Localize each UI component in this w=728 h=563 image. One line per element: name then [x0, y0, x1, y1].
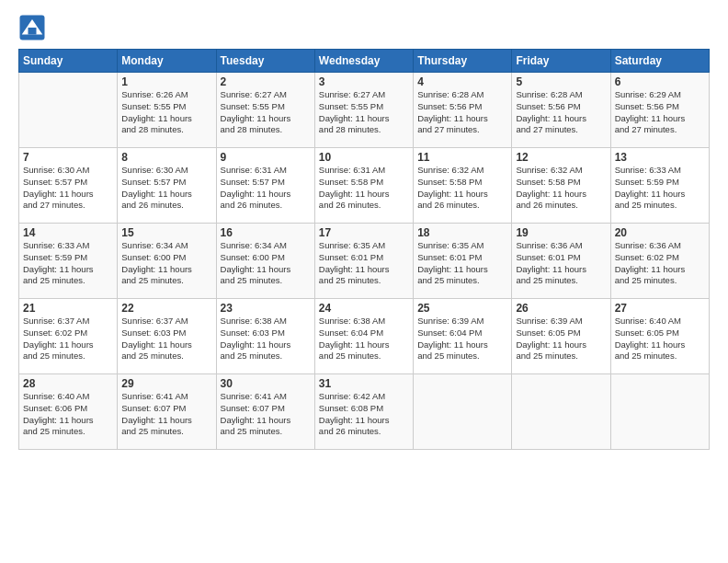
day-info: Sunrise: 6:35 AM Sunset: 6:01 PM Dayligh…	[319, 240, 409, 287]
day-cell: 8Sunrise: 6:30 AM Sunset: 5:57 PM Daylig…	[118, 148, 216, 224]
header-cell-friday: Friday	[512, 50, 610, 73]
day-cell: 13Sunrise: 6:33 AM Sunset: 5:59 PM Dayli…	[610, 148, 709, 224]
day-info: Sunrise: 6:40 AM Sunset: 6:06 PM Dayligh…	[23, 391, 113, 438]
day-number: 17	[319, 226, 409, 239]
calendar-header: SundayMondayTuesdayWednesdayThursdayFrid…	[19, 50, 710, 73]
day-cell: 18Sunrise: 6:35 AM Sunset: 6:01 PM Dayli…	[414, 224, 512, 299]
day-info: Sunrise: 6:28 AM Sunset: 5:56 PM Dayligh…	[516, 89, 606, 136]
day-number: 3	[319, 75, 409, 88]
day-cell: 27Sunrise: 6:40 AM Sunset: 6:05 PM Dayli…	[610, 299, 709, 374]
day-number: 6	[615, 75, 705, 88]
day-number: 21	[23, 302, 113, 315]
day-number: 30	[221, 377, 311, 390]
week-row-2: 14Sunrise: 6:33 AM Sunset: 5:59 PM Dayli…	[19, 224, 710, 299]
day-cell: 11Sunrise: 6:32 AM Sunset: 5:58 PM Dayli…	[414, 148, 512, 224]
day-cell: 20Sunrise: 6:36 AM Sunset: 6:02 PM Dayli…	[610, 224, 709, 299]
day-cell: 10Sunrise: 6:31 AM Sunset: 5:58 PM Dayli…	[314, 148, 413, 224]
day-info: Sunrise: 6:29 AM Sunset: 5:56 PM Dayligh…	[615, 89, 705, 136]
day-cell: 26Sunrise: 6:39 AM Sunset: 6:05 PM Dayli…	[512, 299, 610, 374]
day-info: Sunrise: 6:37 AM Sunset: 6:03 PM Dayligh…	[121, 316, 211, 362]
day-cell: 7Sunrise: 6:30 AM Sunset: 5:57 PM Daylig…	[19, 148, 118, 224]
week-row-3: 21Sunrise: 6:37 AM Sunset: 6:02 PM Dayli…	[19, 299, 710, 374]
day-cell: 24Sunrise: 6:38 AM Sunset: 6:04 PM Dayli…	[314, 299, 413, 374]
week-row-4: 28Sunrise: 6:40 AM Sunset: 6:06 PM Dayli…	[19, 374, 710, 450]
header-cell-thursday: Thursday	[414, 50, 512, 73]
day-info: Sunrise: 6:39 AM Sunset: 6:04 PM Dayligh…	[417, 316, 507, 362]
day-number: 15	[121, 226, 211, 239]
day-cell: 25Sunrise: 6:39 AM Sunset: 6:04 PM Dayli…	[414, 299, 512, 374]
day-number: 8	[121, 151, 211, 164]
day-number: 7	[23, 151, 113, 164]
day-number: 23	[221, 302, 311, 315]
header-cell-monday: Monday	[118, 50, 216, 73]
logo-icon	[18, 14, 46, 41]
day-cell: 14Sunrise: 6:33 AM Sunset: 5:59 PM Dayli…	[19, 224, 118, 299]
header-cell-sunday: Sunday	[19, 50, 118, 73]
day-info: Sunrise: 6:40 AM Sunset: 6:05 PM Dayligh…	[615, 316, 705, 362]
day-number: 13	[615, 151, 705, 164]
day-info: Sunrise: 6:28 AM Sunset: 5:56 PM Dayligh…	[417, 89, 507, 136]
day-number: 20	[615, 226, 705, 239]
day-cell: 9Sunrise: 6:31 AM Sunset: 5:57 PM Daylig…	[216, 148, 314, 224]
day-number: 22	[121, 302, 211, 315]
day-info: Sunrise: 6:42 AM Sunset: 6:08 PM Dayligh…	[319, 391, 409, 438]
logo	[18, 14, 50, 41]
day-number: 25	[417, 302, 507, 315]
day-cell	[414, 374, 512, 450]
day-number: 14	[23, 226, 113, 239]
day-info: Sunrise: 6:27 AM Sunset: 5:55 PM Dayligh…	[221, 89, 311, 136]
day-cell: 16Sunrise: 6:34 AM Sunset: 6:00 PM Dayli…	[216, 224, 314, 299]
day-cell	[610, 374, 709, 450]
day-cell: 22Sunrise: 6:37 AM Sunset: 6:03 PM Dayli…	[118, 299, 216, 374]
day-info: Sunrise: 6:36 AM Sunset: 6:02 PM Dayligh…	[615, 240, 705, 287]
day-number: 2	[221, 75, 311, 88]
week-row-0: 1Sunrise: 6:26 AM Sunset: 5:55 PM Daylig…	[19, 73, 710, 148]
day-cell: 29Sunrise: 6:41 AM Sunset: 6:07 PM Dayli…	[118, 374, 216, 450]
day-info: Sunrise: 6:31 AM Sunset: 5:57 PM Dayligh…	[221, 165, 311, 212]
day-cell: 23Sunrise: 6:38 AM Sunset: 6:03 PM Dayli…	[216, 299, 314, 374]
calendar-body: 1Sunrise: 6:26 AM Sunset: 5:55 PM Daylig…	[19, 73, 710, 450]
day-number: 27	[615, 302, 705, 315]
header-cell-tuesday: Tuesday	[216, 50, 314, 73]
day-info: Sunrise: 6:32 AM Sunset: 5:58 PM Dayligh…	[417, 165, 507, 212]
day-cell: 28Sunrise: 6:40 AM Sunset: 6:06 PM Dayli…	[19, 374, 118, 450]
day-number: 26	[516, 302, 606, 315]
day-info: Sunrise: 6:34 AM Sunset: 6:00 PM Dayligh…	[221, 240, 311, 287]
day-info: Sunrise: 6:33 AM Sunset: 5:59 PM Dayligh…	[615, 165, 705, 212]
day-cell: 17Sunrise: 6:35 AM Sunset: 6:01 PM Dayli…	[314, 224, 413, 299]
day-cell: 21Sunrise: 6:37 AM Sunset: 6:02 PM Dayli…	[19, 299, 118, 374]
day-info: Sunrise: 6:33 AM Sunset: 5:59 PM Dayligh…	[23, 240, 113, 287]
day-number: 5	[516, 75, 606, 88]
header-cell-saturday: Saturday	[610, 50, 709, 73]
svg-rect-2	[28, 28, 37, 35]
day-cell: 19Sunrise: 6:36 AM Sunset: 6:01 PM Dayli…	[512, 224, 610, 299]
day-cell: 30Sunrise: 6:41 AM Sunset: 6:07 PM Dayli…	[216, 374, 314, 450]
day-number: 11	[417, 151, 507, 164]
day-number: 9	[221, 151, 311, 164]
day-number: 24	[319, 302, 409, 315]
day-number: 12	[516, 151, 606, 164]
day-info: Sunrise: 6:39 AM Sunset: 6:05 PM Dayligh…	[516, 316, 606, 362]
day-cell: 12Sunrise: 6:32 AM Sunset: 5:58 PM Dayli…	[512, 148, 610, 224]
page: SundayMondayTuesdayWednesdayThursdayFrid…	[0, 0, 728, 563]
day-info: Sunrise: 6:32 AM Sunset: 5:58 PM Dayligh…	[516, 165, 606, 212]
day-number: 31	[319, 377, 409, 390]
day-info: Sunrise: 6:30 AM Sunset: 5:57 PM Dayligh…	[121, 165, 211, 212]
day-number: 28	[23, 377, 113, 390]
day-cell: 1Sunrise: 6:26 AM Sunset: 5:55 PM Daylig…	[118, 73, 216, 148]
day-number: 1	[121, 75, 211, 88]
day-cell: 15Sunrise: 6:34 AM Sunset: 6:00 PM Dayli…	[118, 224, 216, 299]
day-number: 19	[516, 226, 606, 239]
day-info: Sunrise: 6:34 AM Sunset: 6:00 PM Dayligh…	[121, 240, 211, 287]
day-info: Sunrise: 6:41 AM Sunset: 6:07 PM Dayligh…	[121, 391, 211, 438]
day-cell: 2Sunrise: 6:27 AM Sunset: 5:55 PM Daylig…	[216, 73, 314, 148]
day-info: Sunrise: 6:31 AM Sunset: 5:58 PM Dayligh…	[319, 165, 409, 212]
day-info: Sunrise: 6:38 AM Sunset: 6:03 PM Dayligh…	[221, 316, 311, 362]
day-cell	[19, 73, 118, 148]
day-info: Sunrise: 6:27 AM Sunset: 5:55 PM Dayligh…	[319, 89, 409, 136]
day-cell: 3Sunrise: 6:27 AM Sunset: 5:55 PM Daylig…	[314, 73, 413, 148]
day-info: Sunrise: 6:38 AM Sunset: 6:04 PM Dayligh…	[319, 316, 409, 362]
day-info: Sunrise: 6:37 AM Sunset: 6:02 PM Dayligh…	[23, 316, 113, 362]
day-number: 10	[319, 151, 409, 164]
day-info: Sunrise: 6:36 AM Sunset: 6:01 PM Dayligh…	[516, 240, 606, 287]
